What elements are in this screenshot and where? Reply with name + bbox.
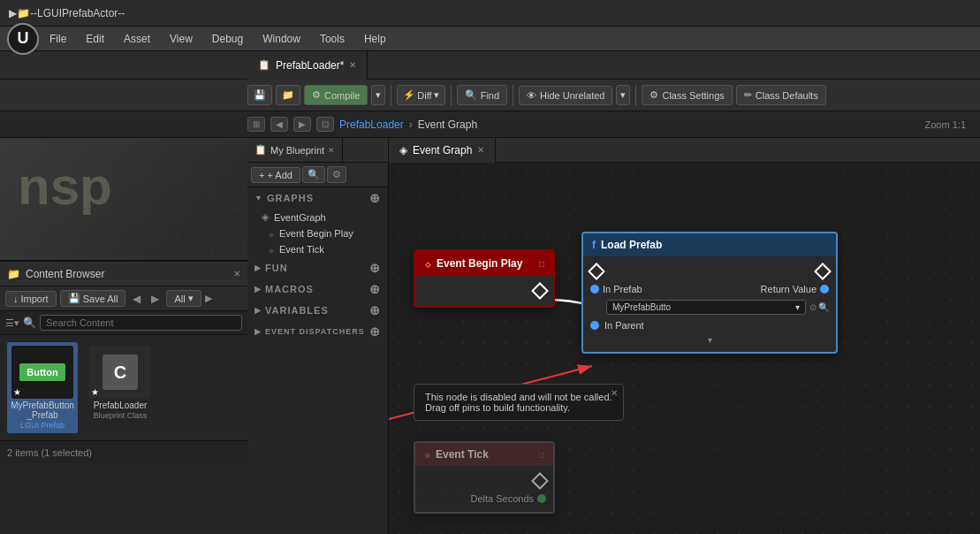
diff-button[interactable]: ⚡ Diff ▾ <box>397 85 444 105</box>
bp-dispatchers-section: ▶ EVENT DISPATCHERS ⊕ <box>247 321 388 342</box>
menu-item-file[interactable]: File <box>41 30 75 48</box>
plus-icon: + <box>259 170 264 180</box>
tooltip-line1: This node is disabled and will not be ca… <box>425 392 612 402</box>
zoom-text: Zoom 1:1 <box>925 119 966 130</box>
delta-pin[interactable] <box>537 494 546 503</box>
graphs-add[interactable]: ⊕ <box>369 191 381 205</box>
load-prefab-node[interactable]: f Load Prefab In Prefab <box>581 232 838 354</box>
import-label: Import <box>21 294 49 304</box>
lp-exec-in[interactable] <box>588 263 605 280</box>
lp-in-prefab-pin[interactable] <box>590 285 599 294</box>
sidebar-item-eventgraph[interactable]: ◈ EventGraph <box>247 209 388 225</box>
bp-graphs-header[interactable]: ▼ GRAPHS ⊕ <box>247 187 388 209</box>
cb-search-container: 🔍 <box>23 315 242 331</box>
forward-btn[interactable]: ▶ <box>293 117 311 132</box>
lp-return-label: Return Value <box>761 284 817 294</box>
graph-area[interactable]: ◈ Event Graph ✕ ⬦ <box>389 138 980 534</box>
vars-add[interactable]: ⊕ <box>369 303 381 317</box>
menu-item-debug[interactable]: Debug <box>203 30 252 48</box>
list-item[interactable]: ★ Button MyPrefabButton_Prefab LGUI Pref… <box>7 342 78 433</box>
save-all-button[interactable]: 💾 Save All <box>60 290 126 307</box>
maximize-btn[interactable]: ⊡ <box>316 117 334 132</box>
hide-unrelated-dropdown[interactable]: ▾ <box>616 85 630 105</box>
tab-blueprint-icon: 📋 <box>258 59 270 71</box>
tooltip-close[interactable]: ✕ <box>611 388 618 398</box>
prefab-dropdown[interactable]: MyPrefabButto ▾ <box>606 300 806 315</box>
menu-item-tools[interactable]: Tools <box>311 30 353 48</box>
bp-dispatchers-header[interactable]: ▶ EVENT DISPATCHERS ⊕ <box>247 321 388 342</box>
disp-add[interactable]: ⊕ <box>369 324 381 339</box>
event-tick-node[interactable]: ⬦ Event Tick □ Delta Seconds <box>414 441 555 514</box>
bp-macros-header[interactable]: ▶ MACROS ⊕ <box>247 278 388 300</box>
filter-btn[interactable]: ☰▾ <box>5 317 19 329</box>
compile-button[interactable]: ⚙ Compile <box>304 85 368 105</box>
copy-icon[interactable]: ⊙ <box>809 302 817 312</box>
search-small-icon[interactable]: 🔍 <box>818 302 829 312</box>
event-graph-tab[interactable]: ◈ Event Graph ✕ <box>389 138 496 163</box>
bp-gear-btn[interactable]: ⚙ <box>327 166 346 183</box>
all-btn[interactable]: All ▾ <box>166 290 201 307</box>
list-item[interactable]: ★ C PrefabLoader Blueprint Class <box>85 342 156 433</box>
event-tick-close-icon[interactable]: □ <box>539 450 544 460</box>
nav-forward-btn[interactable]: ▶ <box>148 291 163 307</box>
bp-variables-section: ▶ VARIABLES ⊕ <box>247 300 388 321</box>
menu-item-view[interactable]: View <box>161 30 201 48</box>
class-settings-button[interactable]: ⚙ Class Settings <box>642 85 732 105</box>
item-star-1: ★ <box>13 387 21 397</box>
class-defaults-label: Class Defaults <box>756 90 818 101</box>
lp-expand-row[interactable]: ▾ <box>583 333 836 347</box>
save-button[interactable]: 💾 <box>247 85 272 105</box>
sidebar-item-event-begin-play[interactable]: ⬦ Event Begin Play <box>247 225 388 241</box>
tab-close-icon[interactable]: ✕ <box>349 60 356 70</box>
event-tick-icon: ⬦ <box>269 245 274 255</box>
menu-item-help[interactable]: Help <box>355 30 395 48</box>
bp-search-btn[interactable]: 🔍 <box>302 166 325 183</box>
class-defaults-button[interactable]: ✏ Class Defaults <box>736 85 826 105</box>
compile-dropdown-arrow[interactable]: ▾ <box>371 85 385 105</box>
fun-add[interactable]: ⊕ <box>369 261 381 275</box>
bp-variables-header[interactable]: ▶ VARIABLES ⊕ <box>247 300 388 321</box>
cb-close-btn[interactable]: ✕ <box>233 269 240 278</box>
cb-items-area: ★ Button MyPrefabButton_Prefab LGUI Pref… <box>0 335 247 440</box>
sidebar-item-event-tick[interactable]: ⬦ Event Tick <box>247 241 388 257</box>
left-viewport: nsp 📁 Content Browser ✕ ↓ Import 💾 Save … <box>0 138 247 534</box>
event-begin-close-icon[interactable]: □ <box>539 259 544 269</box>
lp-in-parent-pin[interactable] <box>590 321 599 330</box>
blueprint-panel: 📋 My Blueprint ✕ + + Add 🔍 ⚙ ▼ GRAPHS ⊕ … <box>247 138 389 534</box>
menu-item-window[interactable]: Window <box>254 30 309 48</box>
item-name-2: PrefabLoader <box>94 400 148 410</box>
bp-add-button[interactable]: + + Add <box>251 167 300 183</box>
import-button[interactable]: ↓ Import <box>5 291 57 307</box>
lp-return-pin[interactable] <box>820 285 829 294</box>
graph-bg[interactable]: ⬦ Event Begin Play □ f Load Prefab <box>389 163 980 534</box>
event-graph-tab-icon: ◈ <box>399 144 407 156</box>
event-diamond-icon: ⬦ <box>424 256 431 271</box>
hide-unrelated-button[interactable]: 👁 Hide Unrelated <box>519 86 612 105</box>
bp-tab-label: My Blueprint <box>270 145 324 156</box>
event-begin-label: Event Begin Play <box>279 228 353 239</box>
macros-add[interactable]: ⊕ <box>369 282 381 296</box>
event-begin-play-node[interactable]: ⬦ Event Begin Play □ <box>414 249 555 308</box>
event-graph-close[interactable]: ✕ <box>477 145 484 155</box>
lp-in-parent-row: In Parent <box>583 317 836 333</box>
prefab-loader-tab[interactable]: 📋 PrefabLoader* ✕ <box>247 51 368 80</box>
browse-button[interactable]: 📁 <box>276 85 300 105</box>
search-input[interactable] <box>40 315 242 331</box>
my-blueprint-tab[interactable]: 📋 My Blueprint ✕ <box>247 138 343 163</box>
exec-out-pin[interactable] <box>531 282 549 300</box>
delta-label: Delta Seconds <box>470 493 534 504</box>
title-bar: ▶📁 --LGUIPrefabActor-- <box>0 0 980 27</box>
event-begin-icon: ⬦ <box>269 229 274 239</box>
toolbar-sep-2 <box>451 85 452 106</box>
back-btn[interactable]: ◀ <box>270 117 288 132</box>
menu-item-edit[interactable]: Edit <box>77 30 113 48</box>
menu-item-asset[interactable]: Asset <box>115 30 159 48</box>
item-name-1: MyPrefabButton_Prefab <box>11 400 74 420</box>
breadcrumb-expand-btn[interactable]: ⊞ <box>247 117 265 132</box>
lp-exec-out[interactable] <box>814 263 832 280</box>
nav-back-btn[interactable]: ◀ <box>129 291 144 307</box>
find-button[interactable]: 🔍 Find <box>457 85 507 105</box>
bp-fun-header[interactable]: ▶ FUN ⊕ <box>247 257 388 278</box>
tick-exec-out[interactable] <box>531 472 549 490</box>
bp-tab-close[interactable]: ✕ <box>328 146 335 155</box>
